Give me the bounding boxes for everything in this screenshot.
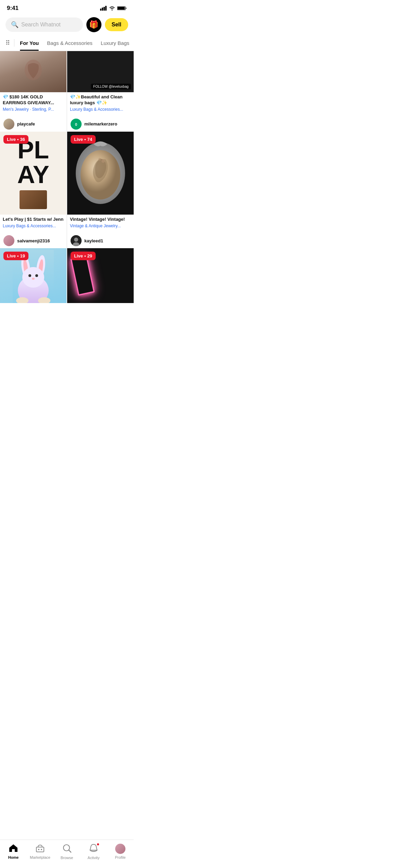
svg-point-27: [74, 238, 78, 242]
svg-point-22: [35, 274, 38, 277]
tab-for-you[interactable]: For You: [16, 35, 43, 51]
avatar-salvamenji: [3, 235, 14, 246]
search-icon: 🔍: [11, 21, 19, 28]
stream-salvamenji[interactable]: salvamenji2316: [0, 232, 67, 303]
stream-visual-cameo: [67, 132, 134, 215]
battery-icon: [117, 6, 127, 11]
neon-shape: [70, 255, 95, 296]
tab-divider: [14, 39, 14, 47]
stream-category-playcafe: Luxury Bags & Accessories...: [3, 224, 64, 228]
top-card-right-category: Luxury Bags & Accessories...: [70, 107, 131, 112]
cameo-frame-svg: [73, 139, 128, 207]
svg-rect-3: [105, 6, 107, 11]
top-card-right-image: FOLLOW @leveluxbag: [67, 51, 134, 92]
stream-card-milemarker[interactable]: Live • 74: [67, 132, 134, 215]
stream-info-milemarker: Vintage! Vintage! Vintage! Vintage & Ant…: [67, 215, 134, 232]
svg-rect-0: [100, 9, 101, 11]
svg-point-23: [32, 278, 35, 280]
top-card-right-info: 💎✨Beautiful and Clean luxury bags 💎✨ Lux…: [67, 92, 134, 115]
status-time: 9:41: [7, 5, 19, 12]
stream-kayleed[interactable]: kayleed1 Live • 29: [67, 232, 134, 303]
streamer-row-salvamenji: salvamenji2316: [0, 232, 66, 248]
avatar-playcafe: [3, 119, 14, 130]
top-card-left-category: Men's Jewelry · Sterling, P...: [3, 107, 64, 112]
search-bar[interactable]: 🔍 Search Whatnot: [5, 17, 83, 32]
sell-button[interactable]: Sell: [105, 18, 128, 31]
search-placeholder: Search Whatnot: [21, 22, 61, 28]
follow-badge: FOLLOW @leveluxbag: [91, 84, 131, 89]
stream-info-playcafe: Let's Play | $1 Starts w/ Jenn Luxury Ba…: [0, 215, 66, 232]
stream-playcafe[interactable]: playcafe PLAY Live • 36 Let's Play | $1 …: [0, 115, 67, 232]
streamer-row-kayleed: kayleed1: [67, 232, 134, 248]
svg-rect-5: [118, 7, 125, 10]
streams-row-2: salvamenji2316: [0, 232, 134, 303]
streams-row-1: playcafe PLAY Live • 36 Let's Play | $1 …: [0, 115, 134, 232]
svg-point-13: [98, 158, 101, 161]
wifi-icon: [109, 6, 115, 11]
live-badge-milemarker: Live • 74: [71, 135, 96, 144]
stream-card-playcafe[interactable]: PLAY Live • 36: [0, 132, 66, 215]
live-badge-playcafe: Live • 36: [3, 135, 28, 144]
avatar-milemarker: 0: [71, 119, 82, 130]
stream-visual-play: PLAY: [0, 132, 66, 215]
avatar-kayleed: [71, 235, 82, 246]
signal-icon: [100, 6, 107, 11]
play-text: PLAY: [17, 137, 49, 187]
live-badge-kayleed: Live • 29: [71, 252, 96, 260]
top-card-left-info: 💎 $180 14K GOLD EARRINGS GIVEAWAY... Men…: [0, 92, 66, 115]
svg-point-21: [28, 274, 31, 277]
top-card-left-title: 💎 $180 14K GOLD EARRINGS GIVEAWAY...: [3, 94, 64, 106]
tattoo-image: [20, 58, 47, 85]
top-card-left-image: [0, 51, 66, 92]
stream-category-milemarker: Vintage & Antique Jewelry...: [70, 224, 131, 228]
top-card-right-title: 💎✨Beautiful and Clean luxury bags 💎✨: [70, 94, 131, 106]
stream-milemarker[interactable]: 0 milemarkerzero: [67, 115, 134, 232]
svg-text:0: 0: [75, 122, 77, 126]
username-playcafe: playcafe: [17, 121, 35, 126]
gift-button[interactable]: 🎁: [86, 17, 101, 32]
streamer-row-playcafe: playcafe: [0, 115, 66, 132]
svg-rect-2: [104, 7, 105, 11]
menu-dots-icon[interactable]: ⠿: [3, 35, 13, 51]
stream-card-kayleed[interactable]: Live • 29: [67, 248, 134, 303]
streamer-row-milemarker: 0 milemarkerzero: [67, 115, 134, 132]
stream-title-milemarker: Vintage! Vintage! Vintage!: [70, 217, 131, 222]
top-cards-row: 💎 $180 14K GOLD EARRINGS GIVEAWAY... Men…: [0, 51, 134, 115]
svg-point-20: [22, 267, 44, 288]
status-icons: [100, 6, 127, 11]
stream-card-salvamenji[interactable]: Live • 19: [0, 248, 66, 303]
username-kayleed: kayleed1: [84, 238, 103, 243]
live-badge-salvamenji: Live • 19: [3, 252, 28, 260]
status-bar: 9:41: [0, 0, 134, 14]
svg-point-12: [101, 159, 105, 163]
svg-rect-1: [102, 8, 103, 11]
category-tabs: ⠿ For You Bags & Accessories Luxury Bags: [0, 35, 134, 51]
gift-icon: 🎁: [89, 20, 98, 29]
top-card-left[interactable]: 💎 $180 14K GOLD EARRINGS GIVEAWAY... Men…: [0, 51, 67, 115]
tab-luxury-bags[interactable]: Luxury Bags: [97, 35, 133, 51]
tab-bags-accessories[interactable]: Bags & Accessories: [43, 35, 97, 51]
header: 🔍 Search Whatnot 🎁 Sell: [0, 14, 134, 35]
turntable-image: [20, 190, 47, 209]
username-salvamenji: salvamenji2316: [17, 238, 50, 243]
stream-title-playcafe: Let's Play | $1 Starts w/ Jenn: [3, 217, 64, 222]
username-milemarker: milemarkerzero: [84, 121, 117, 126]
top-card-right[interactable]: FOLLOW @leveluxbag 💎✨Beautiful and Clean…: [67, 51, 134, 115]
